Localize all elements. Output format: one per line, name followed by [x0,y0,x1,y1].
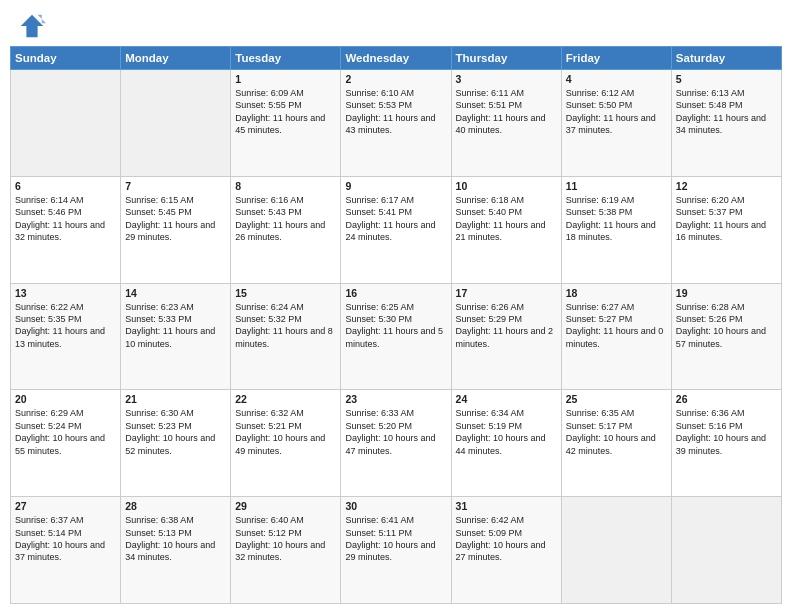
calendar-cell: 23Sunrise: 6:33 AM Sunset: 5:20 PM Dayli… [341,390,451,497]
weekday-header-row: SundayMondayTuesdayWednesdayThursdayFrid… [11,47,782,70]
logo [18,12,50,40]
day-info: Sunrise: 6:30 AM Sunset: 5:23 PM Dayligh… [125,407,226,457]
weekday-header-thursday: Thursday [451,47,561,70]
day-info: Sunrise: 6:09 AM Sunset: 5:55 PM Dayligh… [235,87,336,137]
day-number: 11 [566,180,667,192]
day-info: Sunrise: 6:14 AM Sunset: 5:46 PM Dayligh… [15,194,116,244]
calendar-cell: 4Sunrise: 6:12 AM Sunset: 5:50 PM Daylig… [561,70,671,177]
calendar-cell: 13Sunrise: 6:22 AM Sunset: 5:35 PM Dayli… [11,283,121,390]
weekday-header-sunday: Sunday [11,47,121,70]
day-number: 9 [345,180,446,192]
day-info: Sunrise: 6:24 AM Sunset: 5:32 PM Dayligh… [235,301,336,351]
logo-icon [18,12,46,40]
day-info: Sunrise: 6:25 AM Sunset: 5:30 PM Dayligh… [345,301,446,351]
calendar-cell: 3Sunrise: 6:11 AM Sunset: 5:51 PM Daylig… [451,70,561,177]
day-info: Sunrise: 6:15 AM Sunset: 5:45 PM Dayligh… [125,194,226,244]
day-number: 5 [676,73,777,85]
calendar-cell: 20Sunrise: 6:29 AM Sunset: 5:24 PM Dayli… [11,390,121,497]
day-number: 15 [235,287,336,299]
day-number: 28 [125,500,226,512]
day-info: Sunrise: 6:22 AM Sunset: 5:35 PM Dayligh… [15,301,116,351]
calendar-cell: 10Sunrise: 6:18 AM Sunset: 5:40 PM Dayli… [451,176,561,283]
day-info: Sunrise: 6:20 AM Sunset: 5:37 PM Dayligh… [676,194,777,244]
day-info: Sunrise: 6:17 AM Sunset: 5:41 PM Dayligh… [345,194,446,244]
calendar-cell: 28Sunrise: 6:38 AM Sunset: 5:13 PM Dayli… [121,497,231,604]
day-info: Sunrise: 6:26 AM Sunset: 5:29 PM Dayligh… [456,301,557,351]
day-number: 7 [125,180,226,192]
day-number: 2 [345,73,446,85]
day-number: 21 [125,393,226,405]
day-info: Sunrise: 6:27 AM Sunset: 5:27 PM Dayligh… [566,301,667,351]
calendar-cell: 19Sunrise: 6:28 AM Sunset: 5:26 PM Dayli… [671,283,781,390]
calendar-cell: 24Sunrise: 6:34 AM Sunset: 5:19 PM Dayli… [451,390,561,497]
week-row-2: 6Sunrise: 6:14 AM Sunset: 5:46 PM Daylig… [11,176,782,283]
calendar-cell: 17Sunrise: 6:26 AM Sunset: 5:29 PM Dayli… [451,283,561,390]
day-info: Sunrise: 6:42 AM Sunset: 5:09 PM Dayligh… [456,514,557,564]
week-row-5: 27Sunrise: 6:37 AM Sunset: 5:14 PM Dayli… [11,497,782,604]
calendar-cell: 25Sunrise: 6:35 AM Sunset: 5:17 PM Dayli… [561,390,671,497]
day-info: Sunrise: 6:11 AM Sunset: 5:51 PM Dayligh… [456,87,557,137]
day-info: Sunrise: 6:19 AM Sunset: 5:38 PM Dayligh… [566,194,667,244]
calendar-cell [561,497,671,604]
day-info: Sunrise: 6:38 AM Sunset: 5:13 PM Dayligh… [125,514,226,564]
day-number: 26 [676,393,777,405]
calendar-cell: 2Sunrise: 6:10 AM Sunset: 5:53 PM Daylig… [341,70,451,177]
weekday-header-friday: Friday [561,47,671,70]
calendar-cell: 26Sunrise: 6:36 AM Sunset: 5:16 PM Dayli… [671,390,781,497]
day-info: Sunrise: 6:32 AM Sunset: 5:21 PM Dayligh… [235,407,336,457]
calendar-cell: 8Sunrise: 6:16 AM Sunset: 5:43 PM Daylig… [231,176,341,283]
day-number: 1 [235,73,336,85]
day-number: 29 [235,500,336,512]
header [0,0,792,46]
day-info: Sunrise: 6:35 AM Sunset: 5:17 PM Dayligh… [566,407,667,457]
day-number: 16 [345,287,446,299]
calendar-cell: 9Sunrise: 6:17 AM Sunset: 5:41 PM Daylig… [341,176,451,283]
day-number: 12 [676,180,777,192]
day-number: 24 [456,393,557,405]
day-number: 14 [125,287,226,299]
day-number: 8 [235,180,336,192]
week-row-1: 1Sunrise: 6:09 AM Sunset: 5:55 PM Daylig… [11,70,782,177]
calendar-cell: 27Sunrise: 6:37 AM Sunset: 5:14 PM Dayli… [11,497,121,604]
day-info: Sunrise: 6:33 AM Sunset: 5:20 PM Dayligh… [345,407,446,457]
calendar-cell: 12Sunrise: 6:20 AM Sunset: 5:37 PM Dayli… [671,176,781,283]
day-info: Sunrise: 6:18 AM Sunset: 5:40 PM Dayligh… [456,194,557,244]
day-number: 27 [15,500,116,512]
day-number: 10 [456,180,557,192]
weekday-header-tuesday: Tuesday [231,47,341,70]
week-row-4: 20Sunrise: 6:29 AM Sunset: 5:24 PM Dayli… [11,390,782,497]
day-info: Sunrise: 6:40 AM Sunset: 5:12 PM Dayligh… [235,514,336,564]
day-info: Sunrise: 6:23 AM Sunset: 5:33 PM Dayligh… [125,301,226,351]
day-info: Sunrise: 6:29 AM Sunset: 5:24 PM Dayligh… [15,407,116,457]
calendar-cell: 16Sunrise: 6:25 AM Sunset: 5:30 PM Dayli… [341,283,451,390]
day-info: Sunrise: 6:36 AM Sunset: 5:16 PM Dayligh… [676,407,777,457]
weekday-header-saturday: Saturday [671,47,781,70]
day-number: 4 [566,73,667,85]
day-info: Sunrise: 6:10 AM Sunset: 5:53 PM Dayligh… [345,87,446,137]
day-number: 30 [345,500,446,512]
day-info: Sunrise: 6:13 AM Sunset: 5:48 PM Dayligh… [676,87,777,137]
calendar-cell: 22Sunrise: 6:32 AM Sunset: 5:21 PM Dayli… [231,390,341,497]
day-number: 13 [15,287,116,299]
day-number: 31 [456,500,557,512]
day-info: Sunrise: 6:34 AM Sunset: 5:19 PM Dayligh… [456,407,557,457]
day-info: Sunrise: 6:16 AM Sunset: 5:43 PM Dayligh… [235,194,336,244]
calendar-cell: 21Sunrise: 6:30 AM Sunset: 5:23 PM Dayli… [121,390,231,497]
day-number: 17 [456,287,557,299]
calendar-cell: 30Sunrise: 6:41 AM Sunset: 5:11 PM Dayli… [341,497,451,604]
day-info: Sunrise: 6:41 AM Sunset: 5:11 PM Dayligh… [345,514,446,564]
calendar-page: SundayMondayTuesdayWednesdayThursdayFrid… [0,0,792,612]
calendar-cell: 14Sunrise: 6:23 AM Sunset: 5:33 PM Dayli… [121,283,231,390]
day-number: 6 [15,180,116,192]
day-number: 20 [15,393,116,405]
calendar-cell [11,70,121,177]
calendar-cell: 31Sunrise: 6:42 AM Sunset: 5:09 PM Dayli… [451,497,561,604]
day-info: Sunrise: 6:12 AM Sunset: 5:50 PM Dayligh… [566,87,667,137]
calendar-cell: 29Sunrise: 6:40 AM Sunset: 5:12 PM Dayli… [231,497,341,604]
day-number: 18 [566,287,667,299]
calendar-cell: 5Sunrise: 6:13 AM Sunset: 5:48 PM Daylig… [671,70,781,177]
calendar-cell [671,497,781,604]
svg-marker-0 [21,15,43,37]
calendar-cell: 18Sunrise: 6:27 AM Sunset: 5:27 PM Dayli… [561,283,671,390]
calendar-cell: 1Sunrise: 6:09 AM Sunset: 5:55 PM Daylig… [231,70,341,177]
